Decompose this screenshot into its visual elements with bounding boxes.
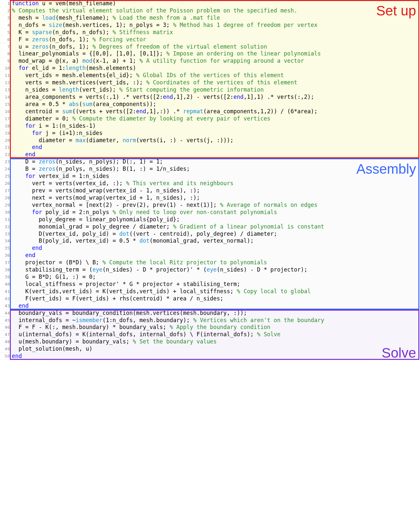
code-content: end <box>11 151 420 158</box>
code-line-35: 35 end <box>0 245 420 252</box>
code-content: end <box>11 144 420 151</box>
code-line-50: 50end <box>0 353 420 360</box>
code-line-2: 2% Computes the virtual element solution… <box>0 7 420 14</box>
code-line-4: 4 n_dofs = size(mesh.vertices, 1); n_pol… <box>0 22 420 29</box>
code-content: boundary_vals = boundary_condition(mesh.… <box>11 310 420 317</box>
line-number: 3 <box>0 14 11 21</box>
code-line-22: 22 end <box>0 151 420 158</box>
code-line-29: 29 vertex_normal = [next(2) - prev(2), p… <box>0 202 420 209</box>
code-line-25: 25 for vertex_id = 1:n_sides <box>0 173 420 180</box>
code-content: area = 0.5 * abs(sum(area_components)); <box>11 101 420 108</box>
line-number: 40 <box>0 281 11 287</box>
code-content: next = verts(mod_wrap(vertex_id + 1, n_s… <box>11 194 420 202</box>
line-number: 2 <box>0 7 11 14</box>
line-number: 4 <box>0 22 11 28</box>
code-line-14: 14 area_components = verts(:,1) .* verts… <box>0 94 420 101</box>
line-number: 39 <box>0 274 11 280</box>
code-line-8: 8 linear_polynomials = {[0,0], [1,0], [0… <box>0 50 420 57</box>
line-number: 32 <box>0 223 11 230</box>
code-content: poly_degree = linear_polynomials{poly_id… <box>11 216 420 223</box>
code-line-44: 44 boundary_vals = boundary_condition(me… <box>0 310 420 317</box>
code-content: internal_dofs = ~ismember(1:n_dofs, mesh… <box>11 317 420 324</box>
code-content: mod_wrap = @(x, a) mod(x-1, a) + 1; % A … <box>11 57 420 65</box>
code-content: K = sparse(n_dofs, n_dofs); % Stiffness … <box>11 29 420 36</box>
line-number: 33 <box>0 231 11 237</box>
line-number: 5 <box>0 29 11 35</box>
line-number: 48 <box>0 338 11 345</box>
line-number: 31 <box>0 216 11 223</box>
code-content: F = F - K(:, mesh.boundary) * boundary_v… <box>11 324 420 331</box>
line-number: 46 <box>0 324 11 330</box>
code-line-43: 43 end <box>0 302 420 310</box>
code-content: n_dofs = size(mesh.vertices, 1); n_polys… <box>11 22 420 29</box>
code-line-41: 41 K(vert_ids,vert_ids) = K(vert_ids,ver… <box>0 288 420 295</box>
line-number: 49 <box>0 345 11 352</box>
code-content: end <box>11 252 420 259</box>
line-number: 34 <box>0 237 11 244</box>
code-line-39: 39 G = B*D; G(1, :) = 0; <box>0 274 420 281</box>
code-line-31: 31 poly_degree = linear_polynomials{poly… <box>0 216 420 223</box>
line-number: 38 <box>0 266 11 273</box>
line-number: 7 <box>0 43 11 50</box>
line-number: 25 <box>0 173 11 179</box>
line-number: 41 <box>0 288 11 295</box>
line-number: 42 <box>0 295 11 302</box>
line-number: 16 <box>0 108 11 115</box>
code-content: mesh = load(mesh_filename); % Load the m… <box>11 14 420 22</box>
code-content: end <box>11 353 420 360</box>
code-content: vert = verts(vertex_id, :); % This verte… <box>11 180 420 187</box>
line-number: 17 <box>0 115 11 122</box>
code-content: area_components = verts(:,1) .* verts([2… <box>11 94 420 101</box>
code-content: % Computes the virtual element solution … <box>11 7 420 14</box>
code-content: u(mesh.boundary) = boundary_vals; % Set … <box>11 338 420 345</box>
code-line-45: 45 internal_dofs = ~ismember(1:n_dofs, m… <box>0 317 420 324</box>
code-content: projector = (B*D) \ B; % Compute the loc… <box>11 259 420 266</box>
code-content: n_sides = length(vert_ids); % Start comp… <box>11 86 420 94</box>
line-number: 43 <box>0 302 11 309</box>
code-content: centroid = sum((verts + verts([2:end,1],… <box>11 108 420 115</box>
line-number: 45 <box>0 317 11 323</box>
code-content: for j = (i+1):n_sides <box>11 130 420 137</box>
line-number: 36 <box>0 252 11 258</box>
code-content: F(vert_ids) = F(vert_ids) + rhs(centroid… <box>11 295 420 302</box>
code-line-9: 9 mod_wrap = @(x, a) mod(x-1, a) + 1; % … <box>0 57 420 65</box>
code-line-32: 32 monomial_grad = poly_degree / diamete… <box>0 223 420 231</box>
line-number: 14 <box>0 94 11 100</box>
code-content: end <box>11 302 420 310</box>
code-content: diameter = max(diameter, norm(verts(i, :… <box>11 137 420 144</box>
line-number: 10 <box>0 65 11 71</box>
line-number: 12 <box>0 79 11 86</box>
line-number: 30 <box>0 209 11 215</box>
code-content: diameter = 0; % Compute the diameter by … <box>11 115 420 122</box>
code-line-27: 27 prev = verts(mod_wrap(vertex_id - 1, … <box>0 187 420 194</box>
code-line-37: 37 projector = (B*D) \ B; % Compute the … <box>0 259 420 266</box>
line-number: 13 <box>0 86 11 93</box>
code-line-49: 49 plot_solution(mesh, u) <box>0 345 420 353</box>
code-content: stabilising_term = (eye(n_sides) - D * p… <box>11 266 420 274</box>
line-number: 6 <box>0 36 11 43</box>
code-line-36: 36 end <box>0 252 420 259</box>
code-line-21: 21 end <box>0 144 420 151</box>
code-content: B = zeros(n_polys, n_sides); B(1, :) = 1… <box>11 165 420 173</box>
code-content: D = zeros(n_sides, n_polys); D(:, 1) = 1… <box>11 158 420 165</box>
code-line-16: 16 centroid = sum((verts + verts([2:end,… <box>0 108 420 115</box>
code-content: for poly_id = 2:n_polys % Only need to l… <box>11 209 420 216</box>
code-line-5: 5 K = sparse(n_dofs, n_dofs); % Stiffnes… <box>0 29 420 36</box>
code-content: verts = mesh.vertices(vert_ids, :); % Co… <box>11 79 420 86</box>
code-line-17: 17 diameter = 0; % Compute the diameter … <box>0 115 420 122</box>
code-content: for el_id = 1:length(mesh.elements) <box>11 65 420 72</box>
line-number: 21 <box>0 144 11 150</box>
code-line-33: 33 D(vertex_id, poly_id) = dot((vert - c… <box>0 231 420 238</box>
code-content: D(vertex_id, poly_id) = dot((vert - cent… <box>11 231 420 238</box>
code-line-26: 26 vert = verts(vertex_id, :); % This ve… <box>0 180 420 187</box>
code-line-7: 7 u = zeros(n_dofs, 1); % Degrees of fre… <box>0 43 420 51</box>
line-number: 44 <box>0 310 11 316</box>
line-number: 27 <box>0 187 11 194</box>
line-number: 8 <box>0 50 11 57</box>
code-line-30: 30 for poly_id = 2:n_polys % Only need t… <box>0 209 420 216</box>
line-number: 9 <box>0 57 11 64</box>
code-content: function u = vem(mesh_filename) <box>11 0 420 7</box>
code-content: end <box>11 245 420 252</box>
code-line-23: 23 D = zeros(n_sides, n_polys); D(:, 1) … <box>0 158 420 165</box>
code-content: B(poly_id, vertex_id) = 0.5 * dot(monomi… <box>11 237 420 245</box>
